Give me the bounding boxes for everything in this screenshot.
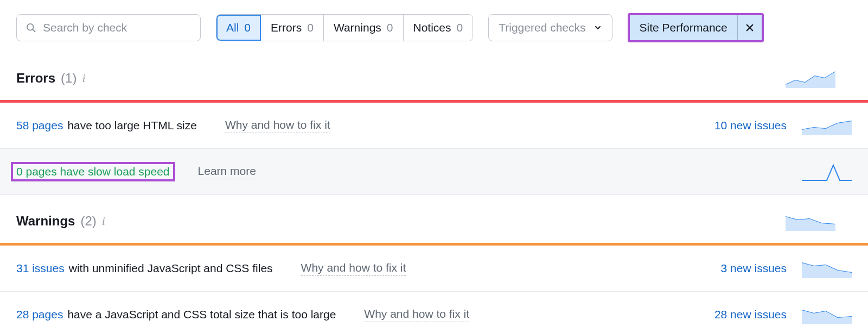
issue-row-total-size[interactable]: 28 pages have a JavaScript and CSS total… [0, 292, 868, 333]
section-warnings-title: Warnings [16, 213, 75, 229]
svg-marker-4 [786, 72, 835, 88]
filter-all[interactable]: All 0 [216, 15, 261, 41]
info-icon[interactable]: i [82, 71, 85, 85]
filter-notices-label: Notices [413, 21, 451, 34]
issue-text: 31 issues with unminified JavaScript and… [16, 262, 273, 275]
why-how-fix-link[interactable]: Why and how to fix it [301, 261, 406, 276]
filter-errors-label: Errors [271, 21, 302, 34]
filter-warnings-count: 0 [387, 21, 393, 34]
highlight-box: 0 pages have slow load speed [11, 162, 175, 181]
issue-text-zero: 0 pages have slow load speed [16, 165, 170, 178]
severity-filter-group: All 0 Errors 0 Warnings 0 Notices 0 [216, 14, 473, 41]
learn-more-link[interactable]: Learn more [198, 165, 256, 179]
filter-warnings-label: Warnings [334, 21, 381, 34]
issue-desc: have too large HTML size [67, 119, 197, 132]
new-issues-link[interactable]: 3 new issues [721, 262, 787, 275]
dropdown-label: Triggered checks [499, 21, 585, 34]
section-errors-title: Errors [16, 71, 55, 86]
section-errors-count: (1) [61, 71, 76, 86]
chevron-down-icon [593, 23, 602, 32]
filter-errors[interactable]: Errors 0 [261, 15, 324, 41]
section-warnings-sparkline [786, 211, 835, 231]
toolbar: All 0 Errors 0 Warnings 0 Notices 0 Trig… [0, 0, 868, 52]
issue-desc: have a JavaScript and CSS total size tha… [67, 308, 336, 321]
section-warnings-count: (2) [80, 213, 96, 229]
filter-notices-count: 0 [457, 21, 463, 34]
row-sparkline [802, 162, 852, 181]
chip-remove-button[interactable] [738, 15, 762, 40]
issue-count-link[interactable]: 31 issues [16, 262, 65, 275]
section-errors-sparkline [786, 68, 835, 88]
chip-label: Site Performance [630, 15, 738, 40]
filter-notices[interactable]: Notices 0 [404, 15, 473, 41]
filter-errors-count: 0 [307, 21, 314, 34]
row-sparkline [802, 116, 852, 135]
section-warnings-header: Warnings (2) i [0, 195, 868, 243]
filter-all-label: All [226, 21, 239, 34]
why-how-fix-link[interactable]: Why and how to fix it [364, 307, 469, 322]
issue-count-link[interactable]: 58 pages [16, 119, 63, 132]
info-icon[interactable]: i [102, 214, 105, 228]
filter-all-count: 0 [244, 21, 251, 34]
new-issues-link[interactable]: 28 new issues [714, 308, 787, 321]
row-sparkline [802, 259, 852, 278]
issue-row-unminified[interactable]: 31 issues with unminified JavaScript and… [0, 246, 868, 292]
issue-text: 28 pages have a JavaScript and CSS total… [16, 308, 336, 321]
close-icon [745, 23, 755, 33]
active-filter-chip: Site Performance [628, 13, 764, 42]
issue-row-large-html[interactable]: 58 pages have too large HTML size Why an… [0, 103, 868, 149]
why-how-fix-link[interactable]: Why and how to fix it [225, 118, 330, 133]
issue-text: 58 pages have too large HTML size [16, 119, 197, 132]
new-issues-link[interactable]: 10 new issues [714, 119, 787, 132]
row-sparkline [802, 305, 852, 324]
section-errors-header: Errors (1) i [0, 52, 868, 100]
issue-count-link[interactable]: 28 pages [16, 308, 63, 321]
filter-warnings[interactable]: Warnings 0 [324, 15, 404, 41]
search-icon [25, 22, 36, 33]
issue-desc: with unminified JavaScript and CSS files [69, 262, 273, 275]
search-input[interactable] [43, 21, 192, 34]
svg-line-1 [33, 29, 35, 32]
search-input-wrap[interactable] [16, 14, 201, 41]
triggered-checks-dropdown[interactable]: Triggered checks [488, 14, 612, 41]
issue-row-slow-load[interactable]: 0 pages have slow load speed Learn more [0, 149, 868, 195]
